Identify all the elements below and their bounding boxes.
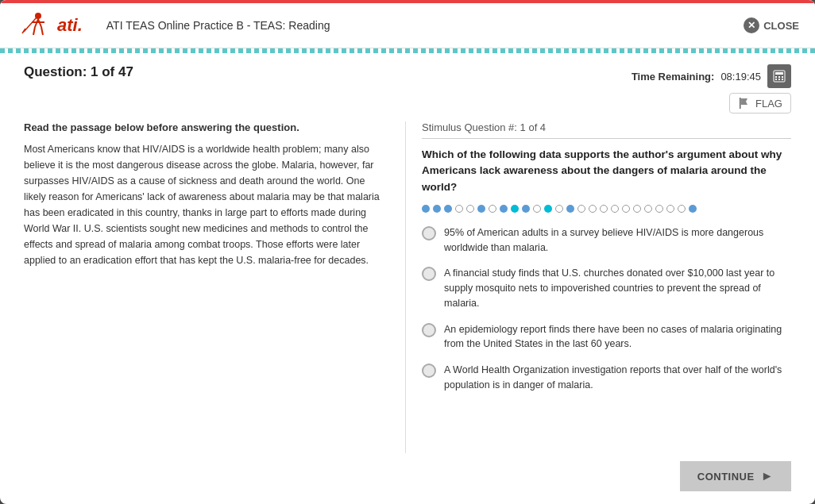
passage-text: Most Americans know that HIV/AIDS is a w… [24,141,389,268]
calculator-button[interactable] [767,64,791,88]
radio-option-a[interactable] [422,226,436,240]
progress-dot [444,205,452,213]
svg-rect-13 [775,79,777,80]
continue-arrow-icon: ► [761,469,774,483]
answer-option-b[interactable]: A financial study finds that U.S. church… [422,266,791,310]
progress-dot [622,205,630,213]
progress-dot [678,205,686,213]
progress-dot [466,205,474,213]
progress-dot [500,205,508,213]
time-row: Time Remaining: 08:19:45 [632,64,791,88]
flag-label: FLAG [755,98,782,110]
left-panel: Read the passage below before answering … [24,121,389,453]
time-value: 08:19:45 [720,71,761,83]
progress-dot [477,205,485,213]
option-text-a: 95% of American adults in a survey belie… [444,225,791,256]
progress-dot [566,205,574,213]
question-number: Question: 1 of 47 [24,64,133,80]
option-text-c: An epidemiology report finds there have … [444,322,791,352]
svg-rect-15 [782,79,783,80]
time-area: Time Remaining: 08:19:45 [632,64,791,113]
answer-option-c[interactable]: An epidemiology report finds there have … [422,322,791,352]
logo-text: ati. [57,15,83,36]
answer-options: 95% of American adults in a survey belie… [422,225,791,393]
answer-option-a[interactable]: 95% of American adults in a survey belie… [422,225,791,256]
progress-dot [633,205,641,213]
svg-rect-9 [775,72,783,75]
close-icon: ✕ [744,17,759,33]
progress-dot [689,205,697,213]
app-window: ati. ATI TEAS Online Practice B - TEAS: … [0,0,815,504]
flag-icon [738,97,751,110]
bottom-bar: CONTINUE ► [0,453,815,504]
answer-option-d[interactable]: A World Health Organization investigatio… [422,363,791,393]
radio-option-d[interactable] [422,364,436,378]
progress-dot [555,205,563,213]
passage-instruction: Read the passage below before answering … [24,121,389,133]
option-text-b: A financial study finds that U.S. church… [444,266,791,310]
logo-area: ati. [16,10,83,41]
progress-dot [433,205,441,213]
content-area: Read the passage below before answering … [0,121,815,453]
progress-dot [544,205,552,213]
svg-rect-14 [778,79,780,80]
radio-option-b[interactable] [422,267,436,281]
svg-rect-11 [778,76,780,78]
option-text-d: A World Health Organization investigatio… [444,363,791,393]
right-panel: Stimulus Question #: 1 of 4 Which of the… [405,121,791,453]
top-bar: ati. ATI TEAS Online Practice B - TEAS: … [0,0,815,48]
progress-dot [644,205,652,213]
header-title: ATI TEAS Online Practice B - TEAS: Readi… [106,19,744,32]
svg-line-5 [41,27,43,35]
main-content: Question: 1 of 47 Time Remaining: 08:19:… [0,53,815,504]
progress-dot [666,205,674,213]
continue-label: CONTINUE [697,471,755,483]
stimulus-question: Which of the following data supports the… [422,147,791,195]
progress-dot [589,205,597,213]
svg-rect-16 [740,98,741,109]
flag-button[interactable]: FLAG [729,93,791,113]
close-button[interactable]: ✕ CLOSE [744,17,799,33]
radio-option-c[interactable] [422,323,436,337]
question-header: Question: 1 of 47 Time Remaining: 08:19:… [0,53,815,121]
close-label: CLOSE [763,20,799,32]
svg-rect-12 [782,76,783,78]
time-label: Time Remaining: [632,71,715,83]
progress-dot [611,205,619,213]
calculator-icon [773,70,786,83]
continue-button[interactable]: CONTINUE ► [680,461,791,491]
progress-dot [600,205,608,213]
progress-dot [489,205,496,213]
svg-rect-10 [775,76,777,78]
progress-dots [422,205,791,213]
progress-dot [511,205,519,213]
progress-dot [522,205,530,213]
progress-dot [655,205,663,213]
ati-logo-icon [16,10,57,41]
svg-line-4 [33,27,35,35]
stimulus-header: Stimulus Question #: 1 of 4 [422,121,791,139]
progress-dot [533,205,541,213]
progress-dot [455,205,463,213]
progress-dot [577,205,585,213]
progress-dot [422,205,430,213]
